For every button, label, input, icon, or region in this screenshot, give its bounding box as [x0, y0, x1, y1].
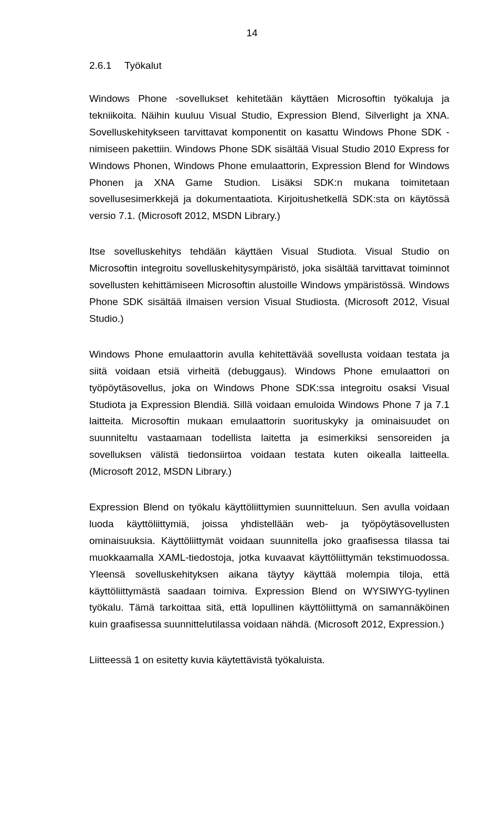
paragraph-5: Liitteessä 1 on esitetty kuvia käytettäv… [89, 652, 449, 668]
document-page: 14 2.6.1 Työkalut Windows Phone -sovellu… [0, 0, 504, 837]
section-number: 2.6.1 [89, 60, 122, 71]
paragraph-3: Windows Phone emulaattorin avulla kehite… [89, 346, 449, 480]
section-title: Työkalut [124, 60, 162, 71]
paragraph-4: Expression Blend on työkalu käyttöliitty… [89, 499, 449, 633]
page-content: 2.6.1 Työkalut Windows Phone -sovellukse… [89, 60, 449, 668]
section-heading: 2.6.1 Työkalut [89, 60, 449, 71]
page-number: 14 [246, 27, 257, 39]
paragraph-2: Itse sovelluskehitys tehdään käyttäen Vi… [89, 243, 449, 327]
paragraph-1: Windows Phone -sovellukset kehitetään kä… [89, 90, 449, 224]
